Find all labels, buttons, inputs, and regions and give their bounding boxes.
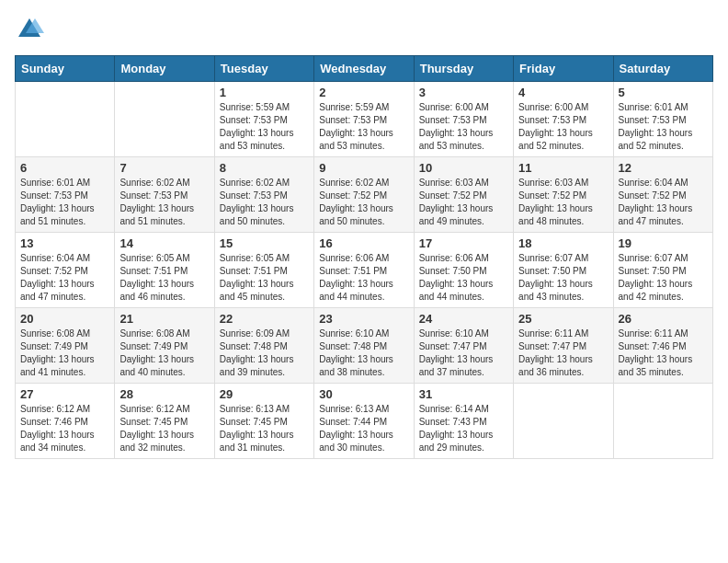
day-number: 22 xyxy=(220,312,309,326)
logo xyxy=(15,15,48,44)
logo-icon xyxy=(15,15,44,44)
calendar-day-cell: 12Sunrise: 6:04 AM Sunset: 7:52 PM Dayli… xyxy=(613,157,712,233)
day-number: 27 xyxy=(20,387,109,401)
calendar-day-cell xyxy=(115,82,214,157)
day-number: 7 xyxy=(119,161,209,175)
calendar: SundayMondayTuesdayWednesdayThursdayFrid… xyxy=(15,55,713,459)
calendar-day-cell xyxy=(16,82,115,157)
calendar-day-cell: 3Sunrise: 6:00 AM Sunset: 7:53 PM Daylig… xyxy=(414,82,513,157)
day-detail: Sunrise: 6:04 AM Sunset: 7:52 PM Dayligh… xyxy=(20,252,109,304)
calendar-day-cell xyxy=(613,384,712,459)
calendar-day-cell: 29Sunrise: 6:13 AM Sunset: 7:45 PM Dayli… xyxy=(214,384,313,459)
calendar-day-cell: 20Sunrise: 6:08 AM Sunset: 7:49 PM Dayli… xyxy=(16,308,115,384)
calendar-day-cell: 10Sunrise: 6:03 AM Sunset: 7:52 PM Dayli… xyxy=(414,157,513,233)
day-detail: Sunrise: 6:10 AM Sunset: 7:48 PM Dayligh… xyxy=(319,327,408,379)
day-detail: Sunrise: 6:12 AM Sunset: 7:46 PM Dayligh… xyxy=(20,403,109,454)
day-detail: Sunrise: 6:07 AM Sunset: 7:50 PM Dayligh… xyxy=(619,252,708,304)
calendar-day-cell: 1Sunrise: 5:59 AM Sunset: 7:53 PM Daylig… xyxy=(214,82,313,157)
calendar-day-cell: 5Sunrise: 6:01 AM Sunset: 7:53 PM Daylig… xyxy=(613,82,712,157)
day-number: 9 xyxy=(319,161,408,175)
day-number: 6 xyxy=(20,161,109,175)
day-number: 8 xyxy=(220,161,309,175)
calendar-week-row: 6Sunrise: 6:01 AM Sunset: 7:53 PM Daylig… xyxy=(16,157,713,233)
day-number: 13 xyxy=(20,236,109,250)
day-number: 10 xyxy=(419,161,508,175)
day-detail: Sunrise: 6:06 AM Sunset: 7:51 PM Dayligh… xyxy=(319,252,408,304)
weekday-header: Monday xyxy=(115,56,214,82)
calendar-day-cell: 14Sunrise: 6:05 AM Sunset: 7:51 PM Dayli… xyxy=(115,233,214,308)
day-detail: Sunrise: 6:05 AM Sunset: 7:51 PM Dayligh… xyxy=(119,252,209,304)
day-detail: Sunrise: 6:11 AM Sunset: 7:47 PM Dayligh… xyxy=(518,327,608,379)
day-detail: Sunrise: 6:13 AM Sunset: 7:45 PM Dayligh… xyxy=(220,403,309,454)
day-number: 19 xyxy=(619,236,708,250)
day-number: 16 xyxy=(319,236,408,250)
calendar-day-cell: 24Sunrise: 6:10 AM Sunset: 7:47 PM Dayli… xyxy=(414,308,513,384)
day-number: 25 xyxy=(518,312,608,326)
day-number: 20 xyxy=(20,312,109,326)
calendar-day-cell: 19Sunrise: 6:07 AM Sunset: 7:50 PM Dayli… xyxy=(613,233,712,308)
day-detail: Sunrise: 6:13 AM Sunset: 7:44 PM Dayligh… xyxy=(319,403,408,454)
day-detail: Sunrise: 6:12 AM Sunset: 7:45 PM Dayligh… xyxy=(119,403,209,454)
calendar-day-cell: 6Sunrise: 6:01 AM Sunset: 7:53 PM Daylig… xyxy=(16,157,115,233)
day-number: 15 xyxy=(220,236,309,250)
day-number: 17 xyxy=(419,236,508,250)
day-number: 11 xyxy=(518,161,608,175)
calendar-week-row: 27Sunrise: 6:12 AM Sunset: 7:46 PM Dayli… xyxy=(16,384,713,459)
weekday-header: Wednesday xyxy=(314,56,414,82)
calendar-day-cell: 25Sunrise: 6:11 AM Sunset: 7:47 PM Dayli… xyxy=(514,308,613,384)
weekday-header: Saturday xyxy=(613,56,712,82)
calendar-header-row: SundayMondayTuesdayWednesdayThursdayFrid… xyxy=(16,56,713,82)
calendar-day-cell: 8Sunrise: 6:02 AM Sunset: 7:53 PM Daylig… xyxy=(214,157,313,233)
day-detail: Sunrise: 6:08 AM Sunset: 7:49 PM Dayligh… xyxy=(119,327,209,379)
day-detail: Sunrise: 6:03 AM Sunset: 7:52 PM Dayligh… xyxy=(419,177,508,228)
calendar-week-row: 1Sunrise: 5:59 AM Sunset: 7:53 PM Daylig… xyxy=(16,82,713,157)
calendar-day-cell: 28Sunrise: 6:12 AM Sunset: 7:45 PM Dayli… xyxy=(115,384,214,459)
day-number: 18 xyxy=(518,236,608,250)
calendar-week-row: 20Sunrise: 6:08 AM Sunset: 7:49 PM Dayli… xyxy=(16,308,713,384)
weekday-header: Sunday xyxy=(16,56,115,82)
day-number: 28 xyxy=(119,387,209,401)
day-detail: Sunrise: 5:59 AM Sunset: 7:53 PM Dayligh… xyxy=(319,101,408,153)
day-number: 1 xyxy=(220,86,309,99)
day-number: 23 xyxy=(319,312,408,326)
calendar-week-row: 13Sunrise: 6:04 AM Sunset: 7:52 PM Dayli… xyxy=(16,233,713,308)
day-number: 12 xyxy=(619,161,708,175)
calendar-day-cell: 30Sunrise: 6:13 AM Sunset: 7:44 PM Dayli… xyxy=(314,384,414,459)
day-detail: Sunrise: 6:07 AM Sunset: 7:50 PM Dayligh… xyxy=(518,252,608,304)
day-number: 21 xyxy=(119,312,209,326)
day-detail: Sunrise: 6:05 AM Sunset: 7:51 PM Dayligh… xyxy=(220,252,309,304)
day-number: 4 xyxy=(518,86,608,99)
day-detail: Sunrise: 6:00 AM Sunset: 7:53 PM Dayligh… xyxy=(518,101,608,153)
page-header xyxy=(15,15,713,44)
calendar-day-cell: 7Sunrise: 6:02 AM Sunset: 7:53 PM Daylig… xyxy=(115,157,214,233)
day-detail: Sunrise: 6:14 AM Sunset: 7:43 PM Dayligh… xyxy=(419,403,508,454)
weekday-header: Friday xyxy=(514,56,613,82)
day-detail: Sunrise: 6:11 AM Sunset: 7:46 PM Dayligh… xyxy=(619,327,708,379)
day-detail: Sunrise: 6:06 AM Sunset: 7:50 PM Dayligh… xyxy=(419,252,508,304)
calendar-day-cell: 16Sunrise: 6:06 AM Sunset: 7:51 PM Dayli… xyxy=(314,233,414,308)
calendar-day-cell: 27Sunrise: 6:12 AM Sunset: 7:46 PM Dayli… xyxy=(16,384,115,459)
day-number: 26 xyxy=(619,312,708,326)
day-number: 29 xyxy=(220,387,309,401)
day-detail: Sunrise: 6:10 AM Sunset: 7:47 PM Dayligh… xyxy=(419,327,508,379)
day-detail: Sunrise: 6:02 AM Sunset: 7:53 PM Dayligh… xyxy=(220,177,309,228)
calendar-day-cell: 13Sunrise: 6:04 AM Sunset: 7:52 PM Dayli… xyxy=(16,233,115,308)
weekday-header: Thursday xyxy=(414,56,513,82)
calendar-day-cell: 21Sunrise: 6:08 AM Sunset: 7:49 PM Dayli… xyxy=(115,308,214,384)
calendar-day-cell: 22Sunrise: 6:09 AM Sunset: 7:48 PM Dayli… xyxy=(214,308,313,384)
calendar-day-cell: 23Sunrise: 6:10 AM Sunset: 7:48 PM Dayli… xyxy=(314,308,414,384)
day-number: 3 xyxy=(419,86,508,99)
day-detail: Sunrise: 6:04 AM Sunset: 7:52 PM Dayligh… xyxy=(619,177,708,228)
day-number: 31 xyxy=(419,387,508,401)
day-number: 24 xyxy=(419,312,508,326)
calendar-day-cell: 15Sunrise: 6:05 AM Sunset: 7:51 PM Dayli… xyxy=(214,233,313,308)
day-detail: Sunrise: 6:01 AM Sunset: 7:53 PM Dayligh… xyxy=(619,101,708,153)
day-detail: Sunrise: 6:02 AM Sunset: 7:53 PM Dayligh… xyxy=(119,177,209,228)
day-number: 5 xyxy=(619,86,708,99)
day-detail: Sunrise: 6:08 AM Sunset: 7:49 PM Dayligh… xyxy=(20,327,109,379)
calendar-day-cell: 11Sunrise: 6:03 AM Sunset: 7:52 PM Dayli… xyxy=(514,157,613,233)
calendar-day-cell: 9Sunrise: 6:02 AM Sunset: 7:52 PM Daylig… xyxy=(314,157,414,233)
day-detail: Sunrise: 6:03 AM Sunset: 7:52 PM Dayligh… xyxy=(518,177,608,228)
day-number: 30 xyxy=(319,387,408,401)
day-detail: Sunrise: 5:59 AM Sunset: 7:53 PM Dayligh… xyxy=(220,101,309,153)
